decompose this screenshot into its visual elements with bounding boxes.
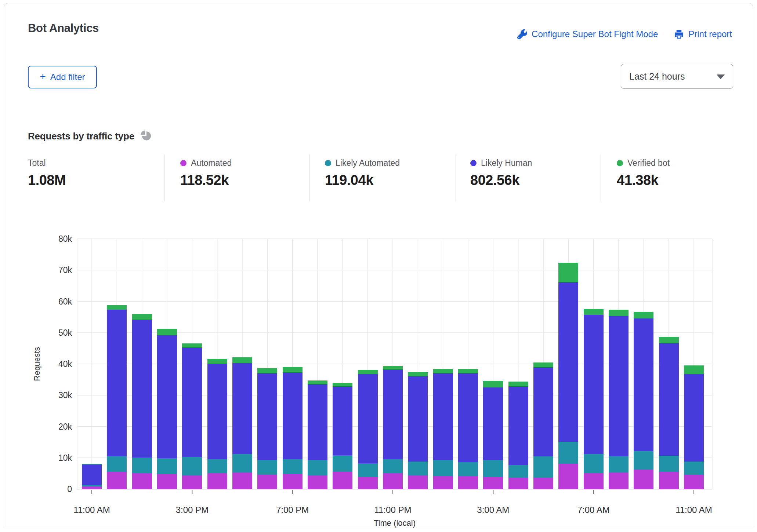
bar-segment-likely-automated — [659, 456, 679, 471]
bar-segment-likely-automated — [308, 460, 327, 475]
bar-group-hour-15[interactable] — [458, 369, 478, 489]
bar-segment-automated — [308, 475, 327, 489]
y-axis-tick-label: 30k — [58, 390, 72, 400]
bar-group-hour-2[interactable] — [132, 314, 152, 489]
bar-segment-verified-bot — [207, 359, 227, 364]
requests-by-traffic-type-chart: 010k20k30k40k50k60k70k80k11:00 AM3:00 PM… — [0, 0, 757, 532]
bar-group-hour-18[interactable] — [533, 362, 553, 489]
bar-segment-automated — [408, 475, 428, 489]
bar-segment-likely-automated — [483, 460, 503, 477]
bar-segment-likely-automated — [107, 456, 127, 472]
bar-segment-automated — [232, 473, 252, 489]
y-axis-title: Requests — [32, 347, 41, 381]
bar-segment-verified-bot — [383, 366, 403, 369]
bar-segment-likely-automated — [232, 454, 252, 473]
bar-group-hour-14[interactable] — [433, 369, 453, 489]
x-axis-tick-label: 7:00 AM — [577, 505, 610, 515]
bar-segment-likely-automated — [82, 485, 102, 486]
bar-segment-verified-bot — [283, 367, 303, 372]
y-axis-tick-labels: 010k20k30k40k50k60k70k80k — [58, 234, 72, 494]
bar-group-hour-17[interactable] — [508, 382, 528, 489]
bar-segment-likely-automated — [182, 457, 202, 475]
bar-segment-likely-automated — [558, 442, 578, 463]
bar-segment-verified-bot — [634, 312, 653, 318]
x-axis-tick-label: 11:00 AM — [73, 505, 110, 515]
bar-segment-automated — [584, 473, 604, 489]
bar-segment-automated — [609, 473, 629, 489]
bar-segment-likely-automated — [358, 463, 378, 477]
y-axis-tick-label: 20k — [58, 422, 72, 431]
bar-segment-likely-human — [533, 367, 553, 456]
bar-segment-automated — [659, 471, 679, 489]
bar-segment-verified-bot — [358, 370, 378, 374]
bar-segment-likely-human — [584, 315, 604, 454]
bar-group-hour-21[interactable] — [609, 310, 629, 489]
bar-group-hour-1[interactable] — [107, 305, 127, 489]
bar-segment-likely-human — [684, 374, 704, 462]
bar-group-hour-22[interactable] — [634, 312, 653, 489]
bar-segment-likely-automated — [333, 455, 352, 472]
bar-segment-likely-automated — [684, 462, 704, 474]
bar-segment-verified-bot — [558, 263, 578, 282]
bar-segment-likely-automated — [383, 459, 403, 473]
bar-group-hour-9[interactable] — [308, 380, 327, 489]
bar-group-hour-13[interactable] — [408, 372, 428, 489]
bar-segment-likely-human — [232, 363, 252, 454]
bar-segment-verified-bot — [82, 464, 102, 464]
bar-segment-verified-bot — [107, 305, 127, 310]
y-axis-tick-label: 80k — [58, 234, 72, 244]
bar-group-hour-12[interactable] — [383, 366, 403, 489]
bar-segment-likely-automated — [433, 460, 453, 476]
x-axis-tick-label: 3:00 AM — [477, 505, 509, 515]
bar-segment-likely-automated — [283, 459, 303, 474]
bar-segment-verified-bot — [232, 357, 252, 362]
bar-segment-likely-human — [383, 369, 403, 459]
bar-segment-automated — [684, 474, 704, 489]
bar-segment-likely-human — [82, 464, 102, 485]
bar-segment-verified-bot — [483, 381, 503, 387]
bar-segment-automated — [508, 477, 528, 489]
x-axis-tick-label: 11:00 PM — [374, 505, 412, 515]
bar-segment-verified-bot — [308, 380, 327, 384]
bar-segment-likely-automated — [634, 451, 653, 470]
bar-segment-likely-human — [132, 320, 152, 458]
bar-segment-verified-bot — [533, 362, 553, 368]
bar-group-hour-0[interactable] — [82, 464, 102, 489]
bar-segment-likely-automated — [207, 459, 227, 473]
bar-segment-likely-human — [659, 343, 679, 456]
bar-group-hour-6[interactable] — [232, 357, 252, 489]
y-axis-tick-label: 60k — [58, 297, 72, 306]
x-axis-tick-label: 11:00 AM — [675, 505, 712, 515]
bar-segment-verified-bot — [157, 329, 177, 335]
bar-segment-likely-human — [107, 310, 127, 456]
bar-group-hour-16[interactable] — [483, 381, 503, 489]
bar-segment-likely-human — [508, 386, 528, 466]
bar-group-hour-19[interactable] — [558, 263, 578, 489]
bar-group-hour-8[interactable] — [283, 367, 303, 489]
bar-segment-automated — [157, 474, 177, 489]
bar-group-hour-11[interactable] — [358, 370, 378, 489]
y-axis-tick-label: 40k — [58, 359, 72, 369]
x-axis-tick-label: 3:00 PM — [176, 505, 209, 515]
bar-segment-automated — [634, 470, 653, 489]
y-axis-tick-label: 50k — [58, 328, 72, 338]
bar-group-hour-24[interactable] — [684, 365, 704, 489]
bar-group-hour-7[interactable] — [257, 368, 277, 489]
y-axis-tick-label: 70k — [58, 265, 72, 275]
bar-group-hour-23[interactable] — [659, 337, 679, 489]
bar-segment-automated — [107, 471, 127, 489]
bar-group-hour-4[interactable] — [182, 343, 202, 489]
bar-segment-likely-automated — [257, 460, 277, 475]
bar-group-hour-20[interactable] — [584, 309, 604, 489]
bar-segment-likely-human — [308, 384, 327, 459]
bar-group-hour-10[interactable] — [333, 383, 352, 489]
bar-segment-likely-human — [257, 373, 277, 460]
bar-segment-likely-human — [433, 373, 453, 460]
bar-segment-verified-bot — [659, 337, 679, 343]
bar-group-hour-5[interactable] — [207, 359, 227, 489]
bar-segment-automated — [358, 477, 378, 489]
bar-group-hour-3[interactable] — [157, 329, 177, 489]
bar-segment-verified-bot — [684, 365, 704, 374]
bar-segment-automated — [458, 476, 478, 489]
bar-segment-likely-automated — [533, 456, 553, 477]
